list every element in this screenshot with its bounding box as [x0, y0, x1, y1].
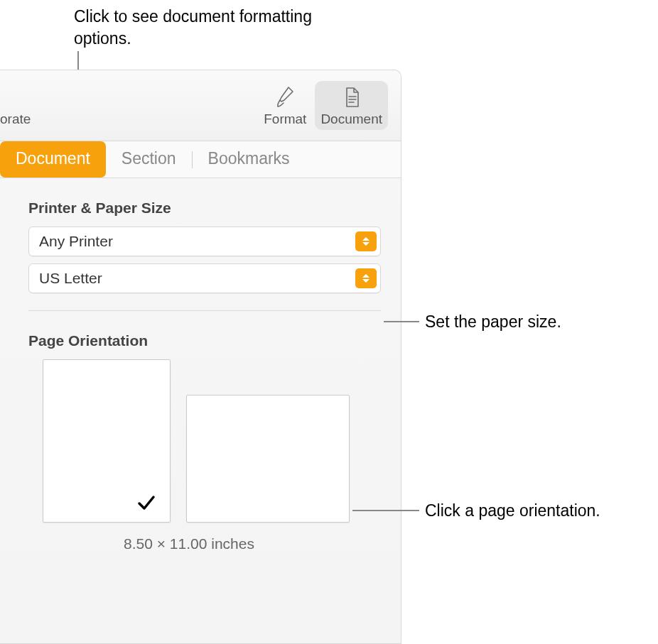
- page-dimensions: 8.50 × 11.00 inches: [28, 535, 335, 552]
- callout-orientation: Click a page orientation.: [425, 500, 600, 522]
- toolbar-item-collaborate[interactable]: orate: [0, 81, 36, 130]
- format-brush-icon: [274, 85, 296, 109]
- orientation-row: [28, 359, 381, 523]
- toolbar-item-format[interactable]: Format: [258, 81, 312, 130]
- callout-line-orientation: [352, 510, 419, 511]
- toolbar-item-label: Format: [264, 111, 306, 127]
- inspector-panel: orate Format Document Doc: [0, 70, 401, 644]
- updown-arrows-icon: [355, 231, 377, 251]
- tab-document[interactable]: Document: [0, 141, 106, 178]
- section-title-orientation: Page Orientation: [28, 332, 381, 349]
- inspector-tabs: Document Section Bookmarks: [0, 141, 401, 178]
- paper-size-popup[interactable]: US Letter: [28, 263, 381, 293]
- updown-arrows-icon: [355, 268, 377, 288]
- callout-line-paper: [384, 321, 419, 322]
- callout-top: Click to see document formatting options…: [74, 6, 344, 50]
- section-title-printer: Printer & Paper Size: [28, 200, 381, 217]
- document-page-icon: [341, 85, 362, 109]
- toolbar-item-label: Document: [320, 111, 382, 127]
- toolbar-item-document[interactable]: Document: [315, 81, 388, 130]
- callout-paper: Set the paper size.: [425, 311, 561, 333]
- tab-section[interactable]: Section: [106, 141, 192, 178]
- checkmark-icon: [136, 492, 157, 513]
- toolbar: orate Format Document: [0, 70, 401, 141]
- orientation-portrait-button[interactable]: [43, 359, 171, 523]
- tab-bookmarks[interactable]: Bookmarks: [193, 141, 306, 178]
- paper-size-popup-label: US Letter: [39, 270, 350, 287]
- toolbar-item-label: orate: [0, 111, 31, 127]
- printer-paper-section: Printer & Paper Size Any Printer US Lett…: [0, 178, 401, 552]
- divider: [28, 310, 381, 311]
- orientation-landscape-button[interactable]: [186, 395, 350, 523]
- printer-popup[interactable]: Any Printer: [28, 227, 381, 256]
- printer-popup-label: Any Printer: [39, 233, 350, 250]
